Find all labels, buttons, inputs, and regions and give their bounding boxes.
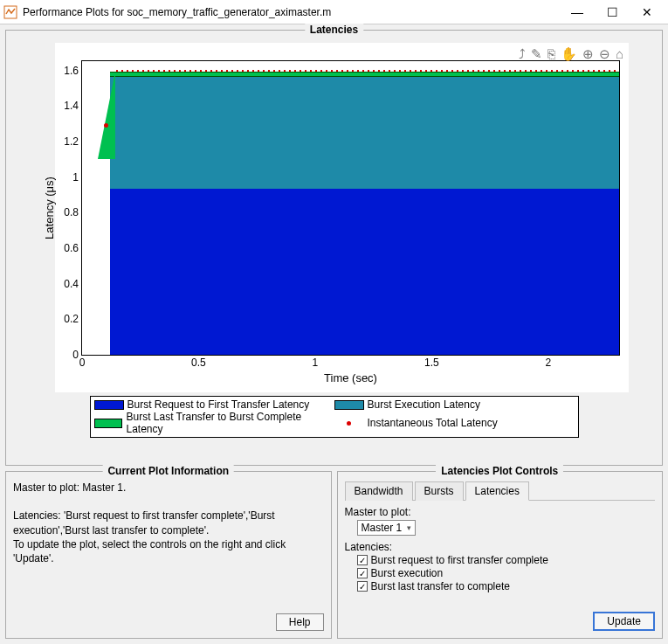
xtick: 2 — [545, 357, 551, 369]
legend-label: Instantaneous Total Latency — [368, 417, 498, 429]
check-burst-request[interactable]: ✓ Burst request to first transfer comple… — [357, 554, 656, 566]
ytick: 1.6 — [64, 65, 79, 77]
axes-toolbar: ⤴ ✎ ⎘ ✋ ⊕ ⊖ ⌂ — [519, 46, 623, 62]
info-line: Master to plot: Master 1. — [13, 481, 324, 495]
chevron-down-icon: ▾ — [407, 523, 411, 532]
red-dot-start — [104, 123, 108, 128]
x-axis-label: Time (sec) — [324, 371, 377, 384]
controls-panel: Latencies Plot Controls Bandwidth Bursts… — [337, 471, 664, 639]
zoom-out-icon[interactable]: ⊖ — [599, 46, 610, 62]
checkbox-icon: ✓ — [357, 555, 368, 565]
titlebar: Performance Plots for soc_memory_traffic… — [0, 0, 668, 24]
pan-icon[interactable]: ✋ — [561, 46, 577, 62]
check-burst-last-transfer[interactable]: ✓ Burst last transfer to complete — [357, 580, 656, 592]
y-axis-label: Latency (μs) — [43, 177, 56, 239]
tab-bursts[interactable]: Bursts — [415, 481, 464, 501]
rise-edge — [98, 72, 120, 355]
zoom-in-icon[interactable]: ⊕ — [582, 46, 594, 62]
minimize-button[interactable]: — — [560, 0, 595, 24]
info-panel-title: Current Plot Information — [102, 465, 234, 477]
share-icon[interactable]: ⤴ — [519, 46, 526, 62]
maximize-button[interactable]: ☐ — [595, 0, 630, 24]
plot-title: Latencies — [305, 24, 363, 36]
series-red-dots — [114, 70, 619, 72]
info-panel: Current Plot Information Master to plot:… — [5, 471, 332, 639]
latencies-label: Latencies: — [345, 541, 656, 553]
check-label: Burst request to first transfer complete — [371, 554, 548, 566]
tab-bar: Bandwidth Bursts Latencies — [345, 481, 656, 501]
window-title: Performance Plots for soc_memory_traffic… — [23, 6, 560, 18]
check-label: Burst last transfer to complete — [371, 580, 510, 592]
master-label: Master to plot: — [345, 506, 656, 518]
master-select-value: Master 1 — [362, 522, 403, 534]
brush-icon[interactable]: ✎ — [531, 46, 542, 62]
tab-bandwidth[interactable]: Bandwidth — [345, 481, 413, 501]
legend-item: Burst Execution Latency — [334, 398, 575, 411]
legend-label: Burst Request to First Transfer Latency — [127, 398, 310, 411]
ytick: 0 — [72, 349, 79, 361]
ytick: 1.4 — [64, 100, 79, 112]
check-label: Burst execution — [371, 567, 444, 579]
chart-legend: Burst Request to First Transfer Latency … — [90, 396, 579, 438]
xtick: 0.5 — [191, 357, 206, 369]
close-button[interactable]: ✕ — [630, 0, 665, 24]
plot-panel: Latencies ⤴ ✎ ⎘ ✋ ⊕ ⊖ ⌂ — [5, 30, 663, 466]
info-line: To update the plot, select the controls … — [13, 537, 324, 565]
xtick: 0 — [79, 357, 86, 369]
app-icon — [3, 5, 17, 19]
data-tips-icon[interactable]: ⎘ — [547, 46, 555, 62]
svg-marker-1 — [98, 72, 115, 159]
xtick: 1 — [313, 357, 319, 369]
ytick: 0.2 — [64, 313, 79, 325]
check-burst-execution[interactable]: ✓ Burst execution — [357, 567, 656, 579]
series-blue — [110, 189, 619, 355]
legend-label: Burst Execution Latency — [368, 398, 480, 411]
help-button[interactable]: Help — [276, 613, 324, 631]
checkbox-icon: ✓ — [357, 568, 368, 578]
ytick: 1 — [72, 171, 79, 184]
plot-area: ⤴ ✎ ⎘ ✋ ⊕ ⊖ ⌂ 0 0.2 — [55, 43, 629, 392]
ytick: 0.8 — [64, 206, 79, 218]
xtick: 1.5 — [424, 357, 439, 369]
legend-item: Instantaneous Total Latency — [334, 411, 575, 435]
ytick: 1.2 — [64, 135, 79, 148]
update-button[interactable]: Update — [593, 612, 655, 631]
legend-item: Burst Last Transfer to Burst Complete La… — [94, 411, 334, 435]
chart-axes[interactable]: 0 0.2 0.4 0.6 0.8 1 1.2 1.4 1.6 0 0.5 1 … — [81, 60, 620, 356]
checkbox-icon: ✓ — [357, 581, 368, 592]
ytick: 0.4 — [64, 278, 79, 290]
home-icon[interactable]: ⌂ — [616, 46, 623, 62]
legend-label: Burst Last Transfer to Burst Complete La… — [126, 411, 334, 435]
tab-latencies[interactable]: Latencies — [465, 481, 529, 501]
ytick: 0.6 — [64, 242, 79, 254]
info-line: Latencies: 'Burst request to first trans… — [13, 509, 324, 537]
legend-item: Burst Request to First Transfer Latency — [94, 398, 334, 411]
controls-panel-title: Latencies Plot Controls — [436, 465, 563, 477]
series-green — [110, 72, 619, 78]
master-select[interactable]: Master 1 ▾ — [357, 520, 417, 536]
